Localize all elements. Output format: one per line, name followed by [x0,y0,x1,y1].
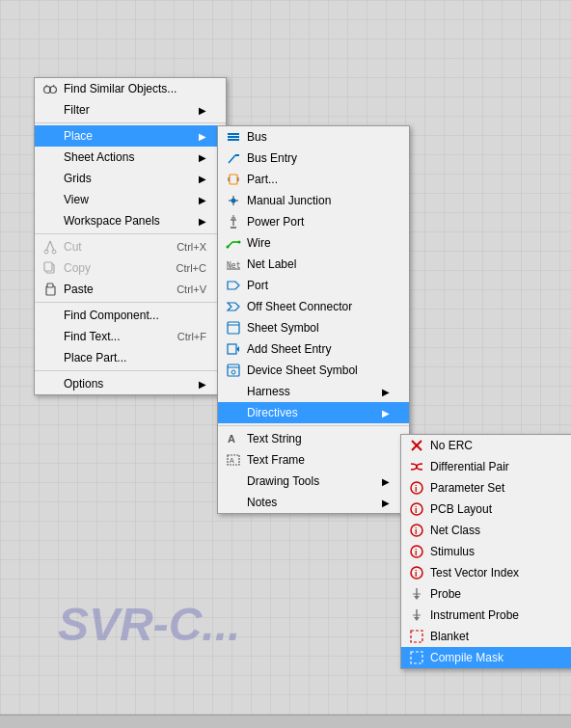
menu-item-find-component[interactable]: Find Component... [35,305,226,326]
place-label: Place [64,129,191,143]
menu-item-notes[interactable]: Notes ▶ [218,492,409,513]
text-frame-label: Text Frame [247,453,390,467]
find-text-label: Find Text... [64,330,158,343]
separator-4 [35,370,226,371]
bus-label: Bus [247,130,390,144]
workspace-panels-label: Workspace Panels [64,214,191,228]
pcb-layout-label: PCB Layout [430,502,571,516]
menu-item-sheet-symbol[interactable]: Sheet Symbol [218,317,409,338]
menu-item-find-similar[interactable]: Find Similar Objects... [35,78,226,99]
level2-separator [218,425,409,426]
svg-text:i: i [415,548,418,557]
menu-item-find-text[interactable]: Find Text... Ctrl+F [35,326,226,347]
menu-item-sheet-actions[interactable]: Sheet Actions ▶ [35,147,226,168]
menu-item-parameter-set[interactable]: i Parameter Set [401,477,571,499]
notes-arrow: ▶ [382,498,390,508]
menu-item-add-sheet-entry[interactable]: Add Sheet Entry [218,338,409,360]
text-frame-icon: A [224,451,243,469]
off-sheet-icon [224,298,243,315]
power-port-label: Power Port [247,215,390,229]
menu-item-options[interactable]: Options ▶ [35,373,226,394]
instrument-probe-icon [407,607,426,624]
menu-item-filter[interactable]: Filter ▶ [35,99,226,121]
filter-arrow: ▶ [199,105,206,116]
menu-item-instrument-probe[interactable]: Instrument Probe [401,605,571,626]
menu-item-text-string[interactable]: A Text String [218,428,409,449]
bus-entry-label: Bus Entry [247,151,390,165]
svg-rect-63 [411,652,422,663]
menu-item-net-class[interactable]: i Net Class [401,520,571,541]
menu-item-workspace-panels[interactable]: Workspace Panels ▶ [35,210,226,231]
separator-2 [35,233,226,234]
net-class-icon: i [407,522,426,539]
svg-point-30 [227,246,230,249]
menu-item-harness[interactable]: Harness ▶ [218,381,409,402]
menu-item-compile-mask[interactable]: Compile Mask [401,647,571,668]
menu-item-port[interactable]: Port [218,275,409,296]
blanket-icon [407,628,426,645]
directives-submenu: No ERC Differential Pair i Parameter Set… [400,434,571,669]
svg-text:i: i [415,484,418,494]
menu-item-directives[interactable]: Directives ▶ [218,402,409,423]
menu-item-place-part[interactable]: Place Part... [35,347,226,368]
harness-arrow: ▶ [382,387,390,397]
menu-item-net-label[interactable]: Net Net Label [218,254,409,275]
svg-line-3 [50,241,54,251]
menu-item-paste[interactable]: Paste Ctrl+V [35,279,226,300]
parameter-set-icon: i [407,479,426,497]
stimulus-label: Stimulus [430,545,571,558]
grids-icon [41,170,60,187]
probe-icon [407,585,426,603]
svg-rect-38 [228,344,236,354]
menu-item-test-vector-index[interactable]: i Test Vector Index [401,562,571,583]
menu-item-stimulus[interactable]: i Stimulus [401,541,571,562]
svg-marker-34 [228,282,239,289]
options-arrow: ▶ [199,379,206,390]
compile-mask-label: Compile Mask [430,651,571,664]
port-label: Port [247,279,390,292]
menu-item-bus-entry[interactable]: Bus Entry [218,148,409,169]
grids-arrow: ▶ [199,174,206,184]
menu-item-no-erc[interactable]: No ERC [401,435,571,456]
menu-item-wire[interactable]: Wire [218,232,409,254]
menu-item-grids[interactable]: Grids ▶ [35,168,226,189]
svg-line-13 [229,155,235,163]
menu-item-bus[interactable]: Bus [218,126,409,148]
menu-item-off-sheet-connector[interactable]: Off Sheet Connector [218,296,409,317]
menu-item-place[interactable]: Place ▶ [35,125,226,147]
horizontal-scrollbar[interactable] [0,715,571,728]
svg-rect-36 [228,322,239,334]
power-port-icon [224,213,243,230]
directives-label: Directives [247,406,374,419]
junction-icon [224,192,243,209]
menu-item-view[interactable]: View ▶ [35,189,226,210]
stimulus-icon: i [407,543,426,560]
menu-item-manual-junction[interactable]: Manual Junction [218,190,409,211]
menu-item-part[interactable]: Part... [218,169,409,190]
menu-item-probe[interactable]: Probe [401,583,571,605]
menu-item-drawing-tools[interactable]: Drawing Tools ▶ [218,471,409,492]
sheet-symbol-icon [224,319,243,337]
menu-item-copy[interactable]: Copy Ctrl+C [35,257,226,279]
grids-label: Grids [64,172,191,185]
directives-icon [224,404,243,421]
menu-item-text-frame[interactable]: A Text Frame [218,449,409,471]
view-label: View [64,193,191,206]
find-component-icon [41,307,60,324]
text-string-icon: A [224,430,243,447]
directives-arrow: ▶ [382,408,390,418]
find-component-label: Find Component... [64,309,206,322]
no-erc-icon [407,437,426,454]
menu-item-blanket[interactable]: Blanket [401,626,571,647]
menu-item-differential-pair[interactable]: Differential Pair [401,456,571,477]
bus-icon [224,128,243,146]
sheet-actions-arrow: ▶ [199,152,206,163]
menu-item-device-sheet-symbol[interactable]: Device Sheet Symbol [218,360,409,381]
menu-item-cut[interactable]: Cut Ctrl+X [35,236,226,257]
compile-mask-icon [407,649,426,666]
options-icon [41,375,60,392]
svg-marker-35 [228,303,239,310]
place-part-icon [41,349,60,366]
menu-item-pcb-layout[interactable]: i PCB Layout [401,499,571,520]
menu-item-power-port[interactable]: Power Port [218,211,409,232]
